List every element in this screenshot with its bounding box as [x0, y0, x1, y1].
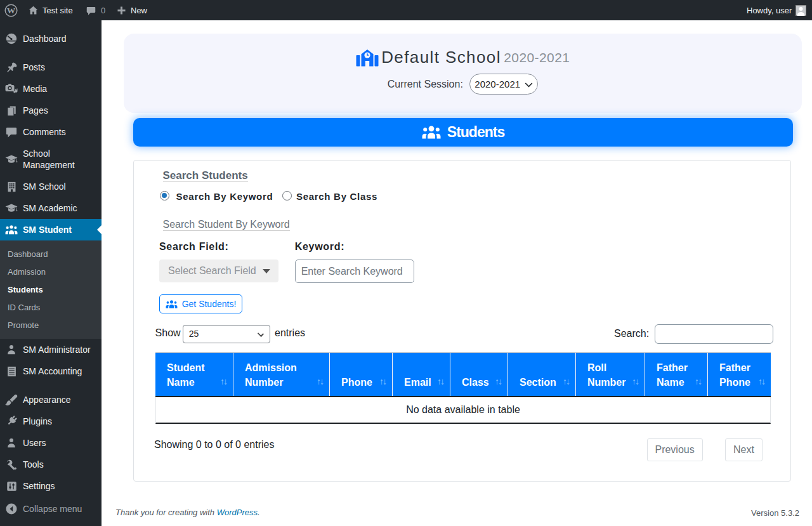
svg-text:W: W	[7, 5, 16, 15]
